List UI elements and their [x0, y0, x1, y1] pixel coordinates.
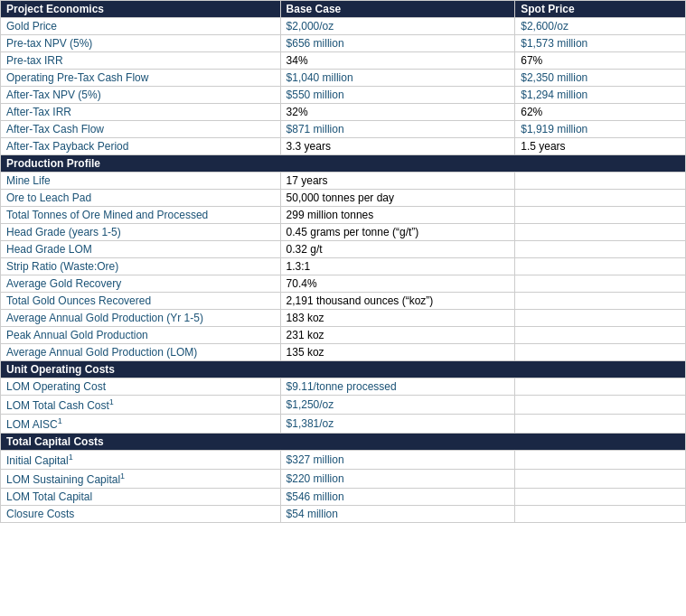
row-spot-value [515, 207, 686, 224]
row-base-value: $2,000/oz [280, 18, 515, 35]
table-row: Strip Ratio (Waste:Ore) 1.3:1 [1, 258, 686, 275]
row-spot-value [515, 224, 686, 241]
row-base-value: $550 million [280, 87, 515, 104]
row-spot-value [515, 293, 686, 310]
row-label: Average Annual Gold Production (Yr 1-5) [1, 310, 281, 327]
row-label: After-Tax Cash Flow [1, 121, 281, 138]
row-base-value: $656 million [280, 35, 515, 52]
row-label: Closure Costs [1, 506, 281, 523]
row-spot-value [515, 258, 686, 275]
table-row: Head Grade LOM 0.32 g/t [1, 241, 686, 258]
row-base-value: 183 koz [280, 310, 515, 327]
row-label: LOM AISC1 [1, 415, 281, 434]
table-row: After-Tax IRR 32% 62% [1, 104, 686, 121]
table-row: LOM Operating Cost $9.11/tonne processed [1, 378, 686, 396]
row-spot-value: 67% [515, 52, 686, 70]
section-title: Total Capital Costs [1, 434, 686, 451]
table-row: Peak Annual Gold Production 231 koz [1, 327, 686, 344]
row-spot-value [515, 173, 686, 190]
row-label: Head Grade (years 1-5) [1, 224, 281, 241]
row-spot-value [515, 310, 686, 327]
row-label: Gold Price [1, 18, 281, 35]
table-row: LOM Sustaining Capital1 $220 million [1, 470, 686, 489]
row-label: LOM Total Capital [1, 489, 281, 506]
row-spot-value [515, 470, 686, 489]
row-base-value: $1,040 million [280, 70, 515, 87]
row-spot-value: $1,919 million [515, 121, 686, 138]
row-label: After-Tax IRR [1, 104, 281, 121]
row-spot-value: $2,350 million [515, 70, 686, 87]
table-row: Head Grade (years 1-5) 0.45 grams per to… [1, 224, 686, 241]
row-label: Operating Pre-Tax Cash Flow [1, 70, 281, 87]
row-spot-value: $1,573 million [515, 35, 686, 52]
row-base-value: 70.4% [280, 275, 515, 293]
header-base-case: Base Case [280, 1, 515, 18]
row-spot-value [515, 489, 686, 506]
row-base-value: 17 years [280, 173, 515, 190]
row-spot-value [515, 451, 686, 470]
row-base-value: $546 million [280, 489, 515, 506]
row-label: LOM Operating Cost [1, 378, 281, 396]
project-economics-table: Project Economics Base Case Spot Price G… [0, 0, 686, 523]
header-spot-price: Spot Price [515, 1, 686, 18]
section-header-production: Production Profile [1, 155, 686, 173]
row-base-value: 32% [280, 104, 515, 121]
row-label: After-Tax Payback Period [1, 138, 281, 155]
row-base-value: $1,381/oz [280, 415, 515, 434]
row-label: Total Gold Ounces Recovered [1, 293, 281, 310]
row-base-value: 1.3:1 [280, 258, 515, 275]
row-base-value: $9.11/tonne processed [280, 378, 515, 396]
row-label: Average Annual Gold Production (LOM) [1, 344, 281, 361]
row-label: After-Tax NPV (5%) [1, 87, 281, 104]
row-base-value: 299 million tonnes [280, 207, 515, 224]
table-header-row: Project Economics Base Case Spot Price [1, 1, 686, 18]
table-row: Average Annual Gold Production (LOM) 135… [1, 344, 686, 361]
row-label: Peak Annual Gold Production [1, 327, 281, 344]
table-row: Average Gold Recovery 70.4% [1, 275, 686, 293]
row-base-value: 2,191 thousand ounces (“koz”) [280, 293, 515, 310]
table-row: Initial Capital1 $327 million [1, 451, 686, 470]
table-row: LOM AISC1 $1,381/oz [1, 415, 686, 434]
table-row: Total Gold Ounces Recovered 2,191 thousa… [1, 293, 686, 310]
row-spot-value: 62% [515, 104, 686, 121]
row-base-value: 0.45 grams per tonne (“g/t”) [280, 224, 515, 241]
table-row: Operating Pre-Tax Cash Flow $1,040 milli… [1, 70, 686, 87]
row-label: Average Gold Recovery [1, 275, 281, 293]
row-base-value: $871 million [280, 121, 515, 138]
table-row: After-Tax Payback Period 3.3 years 1.5 y… [1, 138, 686, 155]
row-spot-value [515, 241, 686, 258]
header-metric: Project Economics [1, 1, 281, 18]
table-row: Ore to Leach Pad 50,000 tonnes per day [1, 190, 686, 207]
row-spot-value: $1,294 million [515, 87, 686, 104]
row-label: LOM Total Cash Cost1 [1, 396, 281, 415]
row-spot-value: $2,600/oz [515, 18, 686, 35]
table-row: LOM Total Capital $546 million [1, 489, 686, 506]
table-row: Closure Costs $54 million [1, 506, 686, 523]
row-spot-value [515, 506, 686, 523]
row-spot-value [515, 415, 686, 434]
section-header-unit-ops: Unit Operating Costs [1, 361, 686, 378]
row-spot-value [515, 378, 686, 396]
row-spot-value [515, 396, 686, 415]
row-spot-value [515, 275, 686, 293]
row-base-value: 0.32 g/t [280, 241, 515, 258]
row-spot-value [515, 190, 686, 207]
table-row: Gold Price $2,000/oz $2,600/oz [1, 18, 686, 35]
section-title: Production Profile [1, 155, 686, 173]
row-spot-value: 1.5 years [515, 138, 686, 155]
table-row: Pre-tax NPV (5%) $656 million $1,573 mil… [1, 35, 686, 52]
row-base-value: 3.3 years [280, 138, 515, 155]
section-header-capital: Total Capital Costs [1, 434, 686, 451]
row-label: Total Tonnes of Ore Mined and Processed [1, 207, 281, 224]
row-base-value: 231 koz [280, 327, 515, 344]
row-spot-value [515, 344, 686, 361]
table-row: Mine Life 17 years [1, 173, 686, 190]
row-label: Ore to Leach Pad [1, 190, 281, 207]
row-label: Strip Ratio (Waste:Ore) [1, 258, 281, 275]
row-base-value: 135 koz [280, 344, 515, 361]
row-base-value: $327 million [280, 451, 515, 470]
row-base-value: 34% [280, 52, 515, 70]
row-label: Pre-tax IRR [1, 52, 281, 70]
row-base-value: $1,250/oz [280, 396, 515, 415]
row-label: Pre-tax NPV (5%) [1, 35, 281, 52]
